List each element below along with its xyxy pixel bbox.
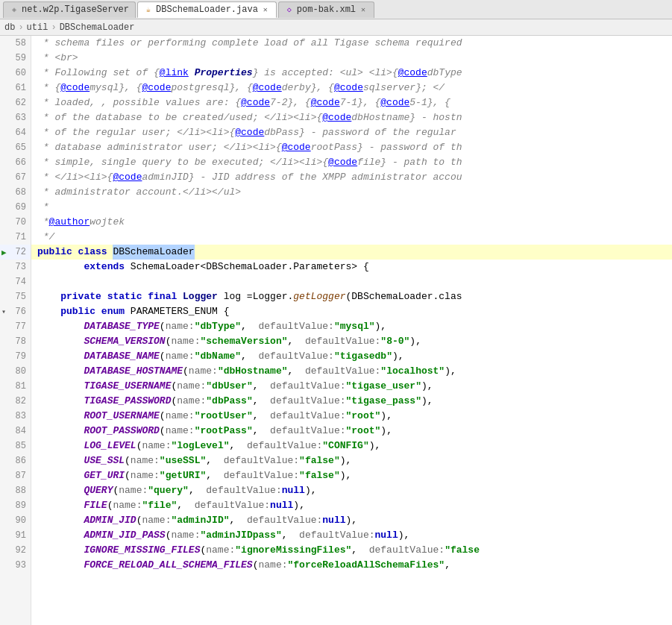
- code-line-58: * schema files or performing complete lo…: [31, 36, 672, 51]
- ln-78: 78: [0, 334, 31, 349]
- code-line-89: FILE( name: "file", defaultValue: null),: [31, 498, 672, 513]
- code-line-93: FORCE_RELOAD_ALL_SCHEMA_FILES( name: "fo…: [31, 558, 672, 573]
- ln-89: 89: [0, 498, 31, 513]
- ln-60: 60: [0, 66, 31, 81]
- code-line-70: * @author wojtek: [31, 215, 672, 230]
- ln-72: ▶ 72: [0, 245, 31, 260]
- code-container: 58 59 60 61 62 63 64 65 66 67 68 69 70 7…: [0, 36, 672, 625]
- ln-84: 84: [0, 424, 31, 439]
- ln-75: 75: [0, 289, 31, 304]
- breadcrumb-part-class[interactable]: DBSchemaLoader: [60, 22, 135, 33]
- code-line-81: TIGASE_USERNAME( name: "dbUser", default…: [31, 379, 672, 394]
- code-line-86: USE_SSL( name: "useSSL", defaultValue: "…: [31, 453, 672, 468]
- code-line-71: */: [31, 230, 672, 245]
- tab-net-label: net.w2p.TigaseServer: [22, 4, 129, 15]
- ln-82: 82: [0, 394, 31, 409]
- code-line-80: DATABASE_HOSTNAME( name: "dbHostname", d…: [31, 364, 672, 379]
- code-line-61: * {@code mysql}, {@code postgresql}, {@c…: [31, 81, 672, 95]
- tab-bar: ◈ net.w2p.TigaseServer ☕ DBSchemaLoader.…: [0, 0, 672, 19]
- breadcrumb-part-db[interactable]: db: [4, 22, 15, 33]
- code-line-69: *: [31, 200, 672, 215]
- code-line-91: ADMIN_JID_PASS( name: "adminJIDpass", de…: [31, 528, 672, 543]
- ln-61: 61: [0, 81, 31, 95]
- code-line-83: ROOT_USERNAME( name: "rootUser", default…: [31, 409, 672, 424]
- ln-76: ▾ 76: [0, 304, 31, 319]
- code-editor[interactable]: * schema files or performing complete lo…: [31, 36, 672, 625]
- code-line-72: public class DBSchemaLoader: [31, 245, 672, 260]
- java-icon: ☕: [144, 5, 153, 14]
- ln-59: 59: [0, 51, 31, 66]
- ln-77: 77: [0, 319, 31, 334]
- breadcrumb: db › util › DBSchemaLoader: [0, 19, 672, 36]
- code-line-59: * <br>: [31, 51, 672, 66]
- ln-64: 64: [0, 125, 31, 140]
- ln-62: 62: [0, 95, 31, 110]
- ln-90: 90: [0, 513, 31, 528]
- code-line-75: private static final Logger log = Logger…: [31, 289, 672, 304]
- run-arrow-icon: ▶: [1, 248, 7, 257]
- code-line-85: LOG_LEVEL( name: "logLevel", defaultValu…: [31, 439, 672, 453]
- code-line-64: * of the regular user; </li><li>{@code d…: [31, 125, 672, 140]
- code-line-74: [31, 274, 672, 289]
- ln-86: 86: [0, 453, 31, 468]
- ln-81: 81: [0, 379, 31, 394]
- code-line-78: SCHEMA_VERSION( name: "schemaVersion", d…: [31, 334, 672, 349]
- code-line-77: DATABASE_TYPE( name: "dbType", defaultVa…: [31, 319, 672, 334]
- ln-65: 65: [0, 140, 31, 155]
- ln-88: 88: [0, 483, 31, 498]
- ln-67: 67: [0, 170, 31, 185]
- ln-92: 92: [0, 543, 31, 558]
- fold-arrow-icon[interactable]: ▾: [1, 307, 6, 316]
- nav-icon: ◈: [10, 5, 19, 14]
- tab-java-label: DBSchemaLoader.java: [156, 4, 258, 15]
- breadcrumb-sep1: ›: [18, 22, 23, 33]
- code-line-67: * </li><li>{@code adminJID} - JID addres…: [31, 170, 672, 185]
- ln-69: 69: [0, 200, 31, 215]
- ln-85: 85: [0, 439, 31, 453]
- ln-58: 58: [0, 36, 31, 51]
- tab-java[interactable]: ☕ DBSchemaLoader.java ✕: [137, 1, 277, 18]
- code-line-88: QUERY( name: "query", defaultValue: null…: [31, 483, 672, 498]
- ln-68: 68: [0, 185, 31, 200]
- ln-83: 83: [0, 409, 31, 424]
- code-line-79: DATABASE_NAME( name: "dbName", defaultVa…: [31, 349, 672, 364]
- tab-xml-close[interactable]: ✕: [359, 5, 368, 14]
- ln-79: 79: [0, 349, 31, 364]
- ln-73: 73: [0, 260, 31, 274]
- code-line-87: GET_URI( name: "getURI", defaultValue: "…: [31, 468, 672, 483]
- code-line-82: TIGASE_PASSWORD( name: "dbPass", default…: [31, 394, 672, 409]
- code-line-68: * administrator account.</li></ul>: [31, 185, 672, 200]
- code-line-66: * simple, single query to be executed; <…: [31, 155, 672, 170]
- ln-71: 71: [0, 230, 31, 245]
- ln-87: 87: [0, 468, 31, 483]
- code-line-84: ROOT_PASSWORD( name: "rootPass", default…: [31, 424, 672, 439]
- breadcrumb-part-util[interactable]: util: [27, 22, 48, 33]
- code-line-62: * loaded, , possible values are: {@code …: [31, 95, 672, 110]
- code-line-73: extends SchemaLoader<DBSchemaLoader.Para…: [31, 260, 672, 274]
- code-line-60: * Following set of {@link Properties} is…: [31, 66, 672, 81]
- ln-66: 66: [0, 155, 31, 170]
- ln-93: 93: [0, 558, 31, 573]
- tab-java-close[interactable]: ✕: [261, 5, 270, 14]
- breadcrumb-sep2: ›: [51, 22, 56, 33]
- code-line-63: * of the database to be created/used; </…: [31, 110, 672, 125]
- ln-70: 70: [0, 215, 31, 230]
- code-line-90: ADMIN_JID( name: "adminJID", defaultValu…: [31, 513, 672, 528]
- ln-63: 63: [0, 110, 31, 125]
- line-numbers-gutter: 58 59 60 61 62 63 64 65 66 67 68 69 70 7…: [0, 36, 31, 625]
- tab-xml[interactable]: ◇ pom-bak.xml ✕: [278, 1, 374, 18]
- ln-80: 80: [0, 364, 31, 379]
- ln-91: 91: [0, 528, 31, 543]
- code-line-76: public enum PARAMETERS_ENUM {: [31, 304, 672, 319]
- code-line-92: IGNORE_MISSING_FILES( name: "ignoreMissi…: [31, 543, 672, 558]
- xml-icon: ◇: [285, 5, 294, 14]
- tab-net[interactable]: ◈ net.w2p.TigaseServer: [3, 1, 136, 18]
- code-line-65: * database administrator user; </li><li>…: [31, 140, 672, 155]
- ln-74: 74: [0, 274, 31, 289]
- tab-xml-label: pom-bak.xml: [297, 4, 356, 15]
